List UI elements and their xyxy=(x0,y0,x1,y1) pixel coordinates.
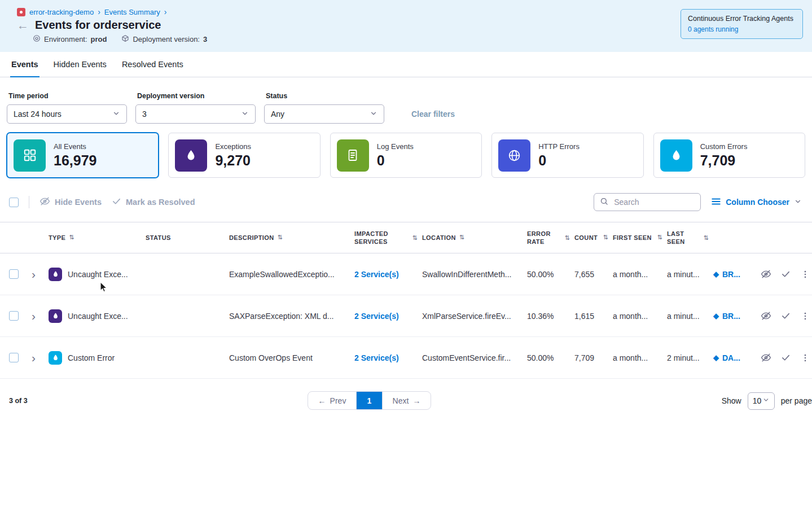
sort-icon[interactable]: ⇅ xyxy=(69,234,74,241)
column-last-seen[interactable]: LAST SEEN xyxy=(667,230,700,246)
diamond-icon: ◆ xyxy=(713,312,719,320)
sort-icon[interactable]: ⇅ xyxy=(412,234,418,242)
row-checkbox[interactable] xyxy=(9,353,19,362)
table-footer: 3 of 3 ← Prev 1 Next → Show 10 per page xyxy=(0,391,812,410)
clear-filters-button[interactable]: Clear filters xyxy=(411,110,455,119)
tab-events-label: Events xyxy=(11,60,38,69)
page-1-button[interactable]: 1 xyxy=(357,392,382,409)
ticket-tag[interactable]: ◆BR... xyxy=(713,270,756,279)
deployment-version-select[interactable]: 3 xyxy=(135,104,256,124)
tab-hidden-events[interactable]: Hidden Events xyxy=(52,52,108,77)
time-period-select[interactable]: Last 24 hours xyxy=(7,104,127,124)
breadcrumb-separator-icon: › xyxy=(98,7,100,16)
flame-icon xyxy=(49,309,62,323)
column-type[interactable]: TYPE xyxy=(49,234,65,242)
column-first-seen[interactable]: FIRST SEEN xyxy=(613,234,652,242)
expand-row-icon[interactable]: › xyxy=(29,352,49,364)
event-type: Uncaught Exce... xyxy=(68,270,134,279)
pagination: ← Prev 1 Next → xyxy=(308,391,431,410)
agents-panel-title: Continuous Error Tracking Agents xyxy=(688,15,796,23)
sort-icon[interactable]: ⇅ xyxy=(459,234,465,241)
expand-row-icon[interactable]: › xyxy=(29,310,49,322)
page-size-select[interactable]: 10 xyxy=(748,392,775,410)
card-value: 0 xyxy=(377,152,414,169)
card-all-events[interactable]: All Events16,979 xyxy=(7,133,159,178)
card-log-events[interactable]: Log Events0 xyxy=(330,133,482,178)
prev-arrow-icon: ← xyxy=(318,396,326,405)
eye-slash-icon xyxy=(39,196,50,208)
event-description: Custom OverOps Event xyxy=(229,353,354,362)
deployment-version-value: 3 xyxy=(142,110,147,119)
more-menu-icon[interactable] xyxy=(800,353,810,363)
next-page-button[interactable]: Next → xyxy=(382,392,431,409)
sort-icon[interactable]: ⇅ xyxy=(703,234,709,242)
column-error-rate[interactable]: ERROR RATE xyxy=(527,230,561,246)
card-http-errors[interactable]: HTTP Errors0 xyxy=(491,133,643,178)
column-count[interactable]: COUNT xyxy=(574,234,598,242)
mark-resolved-button[interactable]: Mark as Resolved xyxy=(112,196,195,208)
sort-icon[interactable]: ⇅ xyxy=(603,234,608,241)
column-description[interactable]: DESCRIPTION xyxy=(229,234,274,242)
impacted-services-link[interactable]: 2 Service(s) xyxy=(354,270,422,279)
tab-resolved-events[interactable]: Resolved Events xyxy=(121,52,185,77)
page-size-value: 10 xyxy=(753,396,762,405)
agents-running-link[interactable]: 0 agents running xyxy=(688,25,796,33)
more-menu-icon[interactable] xyxy=(800,311,810,321)
event-count: 7,709 xyxy=(574,353,613,362)
hide-events-button[interactable]: Hide Events xyxy=(39,196,102,208)
diamond-icon: ◆ xyxy=(713,353,719,362)
breadcrumb-events-summary-link[interactable]: Events Summary xyxy=(104,8,160,16)
column-impacted-services[interactable]: IMPACTED SERVICES xyxy=(354,230,409,246)
deployment-label: Deployment version: xyxy=(133,35,200,43)
event-location: SwallowInDifferentMeth... xyxy=(422,270,527,279)
sort-icon[interactable]: ⇅ xyxy=(278,234,283,241)
filter-bar: Time period Last 24 hours Deployment ver… xyxy=(0,77,812,124)
tab-events[interactable]: Events xyxy=(10,52,39,77)
event-type: Custom Error xyxy=(68,353,120,362)
prev-page-button[interactable]: ← Prev xyxy=(308,392,357,409)
card-label: Custom Errors xyxy=(700,142,748,151)
hide-event-icon[interactable] xyxy=(761,269,771,279)
hide-event-icon[interactable] xyxy=(761,352,771,363)
row-checkbox[interactable] xyxy=(9,311,19,321)
deployment-value: 3 xyxy=(203,35,207,43)
card-custom-errors[interactable]: Custom Errors7,709 xyxy=(653,133,805,178)
diamond-icon: ◆ xyxy=(713,270,719,278)
back-button[interactable]: ← xyxy=(17,19,29,31)
ticket-tag-label: DA... xyxy=(722,353,740,362)
resolve-event-icon[interactable] xyxy=(781,353,791,362)
prev-label: Prev xyxy=(330,396,346,405)
more-menu-icon[interactable] xyxy=(800,269,810,279)
chevron-down-icon xyxy=(762,396,770,405)
card-value: 0 xyxy=(538,152,580,169)
status-select[interactable]: Any xyxy=(264,104,384,124)
hide-event-icon[interactable] xyxy=(761,310,771,321)
last-seen: a minut... xyxy=(667,270,713,279)
breadcrumb-project-link[interactable]: error-tracking-demo xyxy=(29,8,94,16)
tab-resolved-events-label: Resolved Events xyxy=(122,60,183,69)
check-icon xyxy=(112,196,121,208)
column-chooser-button[interactable]: Column Chooser xyxy=(711,196,802,208)
agents-panel[interactable]: Continuous Error Tracking Agents 0 agent… xyxy=(681,9,803,39)
column-location[interactable]: LOCATION xyxy=(422,234,456,242)
environment-label: Environment: xyxy=(44,35,87,43)
next-label: Next xyxy=(393,396,409,405)
row-checkbox[interactable] xyxy=(9,269,19,279)
card-exceptions[interactable]: Exceptions9,270 xyxy=(168,133,320,178)
select-all-checkbox[interactable] xyxy=(9,198,19,207)
ticket-tag[interactable]: ◆BR... xyxy=(713,312,756,321)
resolve-event-icon[interactable] xyxy=(781,269,791,279)
search-input[interactable] xyxy=(613,197,695,207)
expand-row-icon[interactable]: › xyxy=(29,268,49,280)
sort-icon[interactable]: ⇅ xyxy=(564,234,570,242)
ticket-tag-label: BR... xyxy=(722,312,740,321)
impacted-services-link[interactable]: 2 Service(s) xyxy=(354,353,422,362)
ticket-tag[interactable]: ◆DA... xyxy=(713,353,756,362)
resolve-event-icon[interactable] xyxy=(781,311,791,321)
error-rate: 50.00% xyxy=(527,353,574,362)
event-count: 7,655 xyxy=(574,270,613,279)
impacted-services-link[interactable]: 2 Service(s) xyxy=(354,312,422,321)
last-seen: 2 minut... xyxy=(667,353,713,362)
table-toolbar: Hide Events Mark as Resolved Column Choo… xyxy=(9,192,803,212)
sort-icon[interactable]: ⇅ xyxy=(657,234,662,241)
